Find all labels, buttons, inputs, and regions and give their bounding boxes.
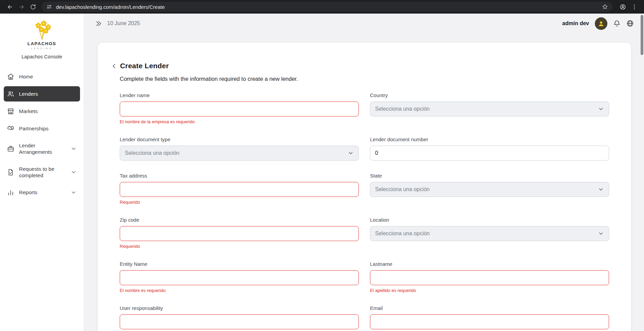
email-label: Email [370, 305, 609, 311]
sidebar-expand-icon[interactable] [95, 20, 102, 27]
entity-name-error: El nombre es requerido [120, 288, 359, 293]
location-select[interactable]: Selecciona una opción [370, 226, 609, 241]
person-icon [598, 20, 605, 27]
brand-tagline: LENDING [31, 47, 53, 50]
briefcase-icon [7, 145, 14, 152]
lender-document-number-label: Lender document number [370, 136, 609, 142]
field-email: Email [370, 305, 609, 329]
tax-address-label: Tax address [120, 173, 359, 179]
state-select[interactable]: Selecciona una opción [370, 182, 609, 197]
sidebar: LAPACHOS LENDING Lapachos Console Home L… [0, 14, 84, 331]
browser-menu-icon[interactable] [628, 1, 640, 13]
field-lastname: Lastname El apellido es requerido [370, 261, 609, 293]
url-text: dev.lapachoslending.com/admin/Lenders/Cr… [56, 4, 165, 10]
sidebar-item-partnerships[interactable]: Partnerships [4, 121, 80, 136]
back-button[interactable] [4, 1, 16, 13]
create-lender-form: Lender name El nombre de la empresa es r… [120, 92, 609, 329]
create-lender-card: Create Lender Complete the fields with t… [98, 43, 631, 331]
chevron-down-icon [598, 106, 604, 112]
country-label: Country [370, 92, 609, 98]
lender-name-label: Lender name [120, 92, 359, 98]
field-entity-name: Entity Name El nombre es requerido [120, 261, 359, 293]
current-date: 10 June 2025 [107, 20, 140, 26]
lender-document-number-input[interactable] [370, 146, 609, 161]
field-state: State Selecciona una opción [370, 173, 609, 197]
sidebar-item-lender-arrangements[interactable]: Lender Arrangements [4, 138, 80, 160]
topbar: 10 June 2025 admin dev [84, 14, 644, 33]
sidebar-item-label: Markets [19, 108, 77, 114]
sidebar-item-reports[interactable]: Reports [4, 185, 80, 200]
user-responsability-input[interactable] [120, 314, 359, 329]
chevron-down-icon [598, 231, 604, 237]
lender-document-type-label: Lender document type [120, 136, 359, 142]
sidebar-item-label: Partnerships [19, 125, 77, 132]
document-check-icon [7, 169, 14, 176]
lender-document-type-select[interactable]: Selecciona una opción [120, 146, 359, 161]
field-tax-address: Tax address Requerido [120, 173, 359, 205]
lapachos-flower-logo [31, 20, 53, 40]
lastname-error: El apellido es requerido [370, 288, 609, 293]
sidebar-item-lenders[interactable]: Lenders [4, 86, 80, 102]
page-content: Create Lender Complete the fields with t… [84, 33, 644, 331]
tax-address-error: Requerido [120, 200, 359, 205]
bookmark-star-icon[interactable] [602, 4, 608, 10]
sidebar-item-markets[interactable]: Markets [4, 104, 80, 119]
state-label: State [370, 173, 609, 179]
user-name: admin dev [562, 20, 589, 26]
lender-document-type-select-value: Selecciona una opción [125, 150, 179, 156]
sidebar-item-label: Lenders [19, 91, 77, 97]
chevron-down-icon [71, 189, 77, 196]
sidebar-item-home[interactable]: Home [4, 69, 80, 84]
chevron-down-icon [348, 150, 354, 156]
tax-address-input[interactable] [120, 182, 359, 197]
chevron-down-icon [71, 146, 77, 152]
sidebar-item-label: Requests to be completed [19, 166, 66, 179]
page-scrollbar[interactable] [641, 15, 643, 55]
handshake-icon [7, 125, 14, 132]
zip-code-input[interactable] [120, 226, 359, 241]
store-icon [7, 108, 14, 115]
bar-chart-icon [7, 189, 14, 196]
zip-code-label: Zip code [120, 217, 359, 223]
profile-icon[interactable] [617, 1, 628, 13]
entity-name-label: Entity Name [120, 261, 359, 267]
user-avatar[interactable] [595, 17, 607, 30]
brand-logo: LAPACHOS LENDING Lapachos Console [0, 20, 84, 59]
sidebar-item-requests[interactable]: Requests to be completed [4, 162, 80, 183]
users-icon [7, 90, 14, 97]
page-title: Create Lender [120, 62, 169, 70]
lastname-input[interactable] [370, 270, 609, 285]
email-input[interactable] [370, 314, 609, 329]
lastname-label: Lastname [370, 261, 609, 267]
field-lender-document-number: Lender document number [370, 136, 609, 161]
chevron-down-icon [598, 186, 604, 192]
country-select-value: Selecciona una opción [375, 106, 430, 112]
forward-button[interactable] [16, 1, 27, 13]
brand-name: LAPACHOS [27, 41, 56, 46]
back-chevron-icon[interactable] [111, 63, 117, 69]
brand-console-label: Lapachos Console [21, 54, 62, 59]
country-select[interactable]: Selecciona una opción [370, 102, 609, 116]
address-bar[interactable]: dev.lapachoslending.com/admin/Lenders/Cr… [41, 2, 613, 12]
notifications-bell-icon[interactable] [613, 20, 621, 27]
language-globe-icon[interactable] [626, 20, 634, 27]
browser-bar: dev.lapachoslending.com/admin/Lenders/Cr… [0, 0, 644, 14]
field-user-responsability: User responsability [120, 305, 359, 329]
field-location: Location Selecciona una opción [370, 217, 609, 241]
site-info-icon[interactable] [46, 4, 52, 10]
field-zip-code: Zip code Requerido [120, 217, 359, 249]
location-select-value: Selecciona una opción [375, 231, 430, 237]
page-subtitle: Complete the fields with the information… [120, 76, 609, 82]
sidebar-item-label: Reports [19, 189, 66, 196]
field-country: Country Selecciona una opción [370, 92, 609, 116]
location-label: Location [370, 217, 609, 223]
user-responsability-label: User responsability [120, 305, 359, 311]
entity-name-input[interactable] [120, 270, 359, 285]
zip-code-error: Requerido [120, 244, 359, 249]
lender-name-input[interactable] [120, 102, 359, 116]
sidebar-nav: Home Lenders Markets Partnerships Lender… [0, 69, 84, 200]
home-icon [7, 73, 14, 80]
state-select-value: Selecciona una opción [375, 186, 430, 192]
reload-button[interactable] [27, 1, 39, 13]
field-lender-document-type: Lender document type Selecciona una opci… [120, 136, 359, 161]
